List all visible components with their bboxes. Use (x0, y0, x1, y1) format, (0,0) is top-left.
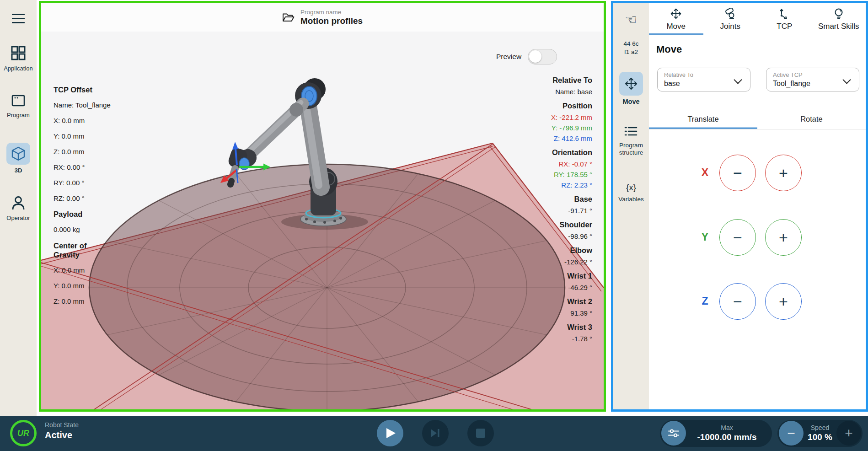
rail-program-structure-button[interactable]: Program structure (613, 126, 649, 156)
cog-title: Center of Gravity (54, 241, 104, 259)
relative-to-value: base (664, 80, 680, 88)
y-axis-jog-row: Y − + (649, 219, 866, 256)
move-icon (670, 8, 682, 20)
speed-slider-button[interactable] (661, 421, 686, 446)
minus-icon: − (787, 426, 795, 440)
active-tcp-select[interactable]: Active TCP Tool_flange (766, 68, 859, 91)
subtab-rotate[interactable]: Rotate (757, 109, 866, 129)
pose-panel: Relative To Name: base Position X: -221.… (473, 76, 592, 349)
3d-canvas[interactable]: Preview TCP Offset Name: Tool_flange X: … (41, 32, 604, 409)
plus-icon: + (779, 294, 788, 309)
z-minus-button[interactable]: − (719, 283, 756, 320)
minus-icon: − (733, 294, 742, 309)
x-minus-button[interactable]: − (719, 155, 756, 191)
robot-state-label: Robot State (45, 421, 79, 429)
joint-name: Wrist 3 (473, 323, 592, 332)
joint-value: -46.29 ° (473, 284, 592, 291)
joints-icon (724, 8, 736, 20)
stop-button[interactable] (467, 420, 494, 446)
subtab-translate[interactable]: Translate (649, 109, 757, 129)
sidebar-label: 3D (0, 167, 37, 174)
minus-icon: − (733, 230, 742, 245)
tcp-offset-ry: RY: 0.00 ° (54, 179, 129, 187)
tab-move[interactable]: Move (649, 3, 703, 35)
move-panel-main: Move Joints TCP (649, 3, 866, 409)
position-title: Position (473, 102, 592, 110)
menu-icon[interactable] (8, 10, 29, 27)
orientation-rz: RZ: 2.23 ° (473, 181, 592, 189)
cog-x: X: 0.0 mm (54, 266, 129, 274)
sidebar-item-application[interactable]: Application (0, 43, 37, 72)
sidebar-label: Program (0, 112, 37, 118)
cube-icon (10, 145, 27, 162)
sliders-icon (668, 428, 680, 439)
viewport-panel: Program name Motion profiles (39, 1, 606, 412)
joint-name: Base (473, 195, 592, 204)
rail-variables-button[interactable]: {x} Variables (613, 183, 649, 203)
skip-next-button[interactable] (422, 420, 449, 446)
sidebar-item-operator[interactable]: Operator (0, 194, 37, 221)
app-screen: Application Program 3D (0, 0, 868, 451)
stop-icon (476, 428, 486, 438)
tcp-offset-rz: RZ: 0.00 ° (54, 194, 129, 202)
speed-plus-button[interactable]: + (836, 421, 861, 446)
max-label: Max (688, 424, 766, 431)
active-item-highlight (6, 143, 30, 165)
sidebar-item-3d[interactable]: 3D (0, 143, 37, 174)
tab-tcp[interactable]: TCP (757, 3, 812, 35)
rail-move-label: Move (613, 98, 649, 105)
sidebar-item-program[interactable]: Program (0, 93, 37, 118)
x-plus-button[interactable]: + (765, 155, 802, 191)
joint-value: 91.39 ° (473, 309, 592, 317)
orientation-ry: RY: 178.55 ° (473, 171, 592, 178)
main-sidebar: Application Program 3D (0, 0, 37, 416)
z-plus-button[interactable]: + (765, 283, 802, 320)
relative-to-title: Relative To (473, 76, 592, 85)
program-title: Motion profiles (300, 16, 363, 26)
toggle-knob (529, 50, 541, 63)
freedrive-hand-icon[interactable]: ☜ (613, 11, 649, 27)
chevron-down-icon (734, 75, 742, 84)
joint-row: Shoulder -98.96 ° (473, 220, 592, 240)
max-speed-control: Max -1000.00 mm/s (660, 420, 772, 447)
plus-icon: + (779, 165, 788, 181)
panel-tabs: Move Joints TCP (649, 3, 866, 35)
y-plus-button[interactable]: + (765, 219, 802, 256)
chevron-down-icon (842, 75, 851, 84)
position-y: Y: -796.9 mm (473, 124, 592, 132)
window-icon (0, 93, 37, 109)
joint-name: Wrist 1 (473, 272, 592, 280)
relative-to-select[interactable]: Relative To base (657, 68, 750, 91)
x-axis-label: X (695, 166, 715, 179)
preview-label: Preview (496, 53, 521, 61)
speed-minus-button[interactable]: − (779, 421, 804, 446)
robot-state-value: Active (45, 430, 72, 440)
move-title: Move (656, 43, 682, 55)
plus-icon: + (779, 230, 788, 245)
joint-name: Shoulder (473, 220, 592, 229)
y-axis-label: Y (695, 231, 715, 243)
tcp-offset-name: Name: Tool_flange (54, 101, 129, 109)
preview-control: Preview (496, 49, 557, 64)
grid-icon (0, 43, 37, 63)
payload-title: Payload (54, 210, 129, 219)
move-icon (624, 77, 638, 91)
joint-row: Wrist 3 -1.78 ° (473, 323, 592, 343)
speed-value: 100 % (804, 432, 836, 442)
play-icon (386, 428, 396, 439)
tab-joints[interactable]: Joints (703, 3, 758, 35)
move-panel: ☜ 44 6c f1 a2 Move Program structure {x} (611, 1, 868, 412)
y-minus-button[interactable]: − (719, 219, 756, 256)
orientation-rx: RX: -0.07 ° (473, 160, 592, 168)
joint-name: Elbow (473, 246, 592, 255)
speed-label: Speed (804, 424, 836, 431)
rail-move-button[interactable] (619, 72, 643, 96)
program-structure-icon (624, 126, 638, 137)
active-tcp-label: Active TCP (773, 71, 803, 78)
preview-toggle[interactable] (528, 49, 557, 64)
max-value: -1000.00 mm/s (688, 432, 766, 442)
play-button[interactable] (377, 420, 403, 446)
tab-smart-skills[interactable]: Smart Skills (812, 3, 866, 35)
program-header: Program name Motion profiles (41, 3, 604, 32)
cog-y: Y: 0.0 mm (54, 282, 129, 290)
